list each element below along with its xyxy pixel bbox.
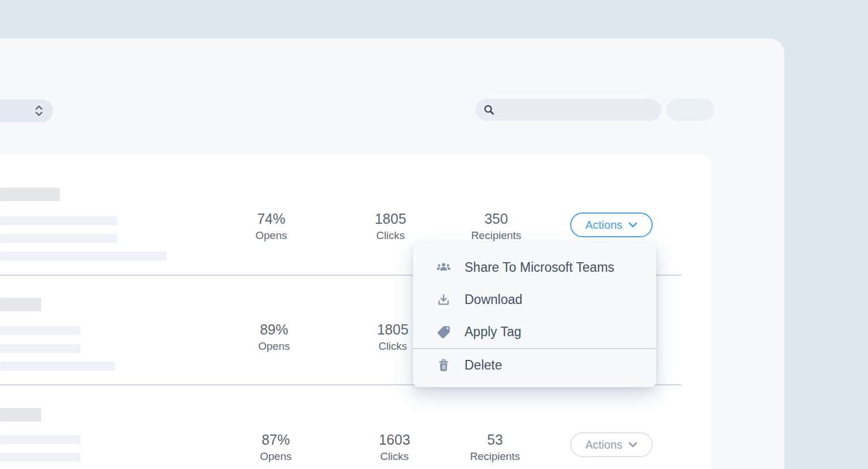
search-input[interactable] (475, 99, 661, 121)
skeleton-line (0, 251, 167, 260)
opens-value: 74% (235, 211, 308, 226)
clicks-stat: 1805 Clicks (354, 211, 427, 241)
skeleton-line (0, 453, 80, 462)
opens-stat: 74% Opens (235, 211, 308, 241)
users-icon (436, 260, 451, 275)
download-icon (436, 293, 451, 307)
opens-stat: 89% Opens (237, 322, 311, 352)
page-background: 74% Opens 1805 Clicks 350 Recipients Act… (0, 0, 868, 469)
menu-item-label: Download (465, 292, 522, 307)
clicks-value: 1805 (354, 211, 427, 226)
menu-item-apply-tag[interactable]: Apply Tag (413, 316, 656, 348)
search-icon (483, 103, 496, 116)
menu-item-share-to-microsoft-teams[interactable]: Share To Microsoft Teams (413, 251, 656, 284)
recipients-stat: 350 Recipients (458, 211, 535, 241)
clicks-label: Clicks (354, 230, 427, 241)
skeleton-line (0, 216, 117, 225)
recipients-label: Recipients (457, 451, 533, 462)
tag-icon (436, 325, 451, 340)
actions-button[interactable]: Actions (570, 432, 653, 457)
skeleton-line (0, 435, 80, 444)
menu-item-label: Apply Tag (465, 324, 522, 340)
recipients-label: Recipients (458, 230, 535, 241)
clicks-stat: 1603 Clicks (358, 432, 431, 462)
topbar-button-placeholder[interactable] (667, 99, 714, 121)
skeleton-title (0, 408, 41, 422)
opens-value: 87% (239, 432, 313, 447)
menu-item-label: Share To Microsoft Teams (465, 260, 614, 275)
filter-select[interactable] (0, 99, 53, 122)
skeleton-line (0, 326, 80, 335)
recipients-value: 350 (458, 211, 535, 226)
trash-icon (436, 358, 451, 373)
opens-label: Opens (237, 341, 311, 352)
actions-button-open[interactable]: Actions (570, 212, 653, 237)
clicks-value: 1603 (358, 432, 431, 447)
actions-button-label: Actions (585, 219, 623, 232)
chevron-down-icon (628, 222, 637, 228)
opens-label: Opens (239, 451, 313, 462)
actions-dropdown-menu: Share To Microsoft Teams Download Apply … (413, 243, 656, 387)
skeleton-line (0, 234, 117, 243)
skeleton-line (0, 362, 115, 371)
opens-value: 89% (237, 322, 311, 337)
chevron-down-icon (628, 442, 637, 448)
app-card: 74% Opens 1805 Clicks 350 Recipients Act… (0, 38, 784, 469)
skeleton-title (0, 298, 41, 311)
menu-item-download[interactable]: Download (413, 284, 656, 316)
clicks-label: Clicks (358, 451, 431, 462)
opens-label: Opens (235, 230, 308, 241)
recipients-value: 53 (457, 432, 533, 447)
skeleton-title (0, 188, 60, 201)
select-chevrons-icon (34, 104, 44, 118)
opens-stat: 87% Opens (239, 432, 313, 462)
skeleton-line (0, 344, 80, 353)
actions-button-label: Actions (585, 438, 623, 451)
menu-item-label: Delete (465, 358, 502, 373)
recipients-stat: 53 Recipients (457, 432, 533, 462)
menu-item-delete[interactable]: Delete (413, 349, 656, 381)
